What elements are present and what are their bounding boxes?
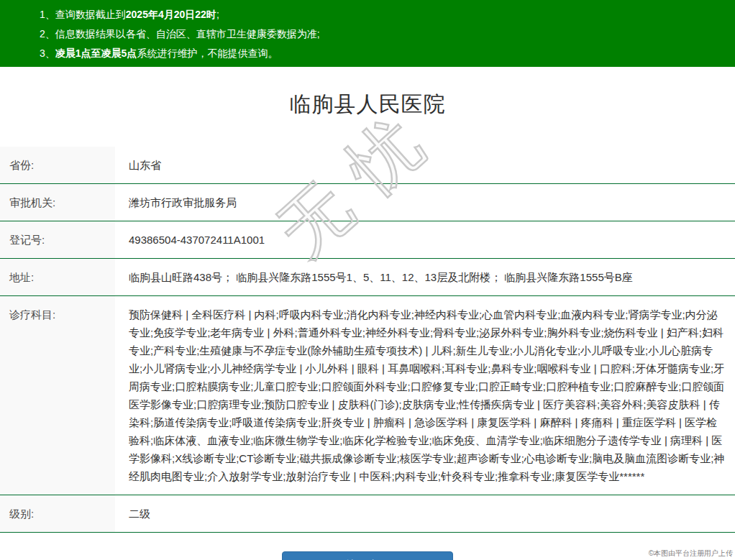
- row-value: 预防保健科 | 全科医疗科 | 内科;呼吸内科专业;消化内科专业;神经内科专业;…: [115, 296, 735, 495]
- notice-banner: 1、查询数据截止到2025年4月20日22时; 2、信息数据结果以各省、自治区、…: [0, 0, 735, 67]
- table-row-registration-number: 登记号: 49386504-437072411A1001: [0, 221, 735, 259]
- row-label: 地址:: [0, 259, 115, 295]
- notice-line-1: 1、查询数据截止到2025年4月20日22时;: [40, 5, 728, 24]
- table-row-level: 级别: 二级: [0, 495, 735, 533]
- notice-bold-text: 凌晨1点至凌晨5点: [55, 47, 137, 59]
- notice-text: ;: [216, 9, 219, 20]
- row-value: 山东省: [115, 147, 735, 183]
- row-value: 临朐县山旺路438号； 临朐县兴隆东路1555号1、5、11、12、13层及北附…: [115, 259, 735, 295]
- notice-text: 3、: [40, 47, 55, 59]
- row-value: 潍坊市行政审批服务局: [115, 184, 735, 221]
- platform-upload-watermark: ©本图由平台注册用户上传: [649, 548, 733, 559]
- row-label: 省份:: [0, 147, 115, 183]
- row-label: 登记号:: [0, 221, 115, 258]
- notice-line-3: 3、凌晨1点至凌晨5点系统进行维护，不能提供查询。: [40, 44, 728, 63]
- table-row-approval-authority: 审批机关: 潍坊市行政审批服务局: [0, 184, 735, 221]
- close-window-button[interactable]: 〖关闭窗口〗: [282, 551, 453, 560]
- row-label: 审批机关:: [0, 184, 115, 221]
- row-label: 级别:: [0, 495, 115, 532]
- table-row-medical-subjects: 诊疗科目: 预防保健科 | 全科医疗科 | 内科;呼吸内科专业;消化内科专业;神…: [0, 296, 735, 495]
- notice-text: 系统进行维护，不能提供查询。: [137, 47, 278, 59]
- row-value: 49386504-437072411A1001: [115, 221, 735, 258]
- hospital-info-table: 省份: 山东省 审批机关: 潍坊市行政审批服务局 登记号: 49386504-4…: [0, 147, 735, 533]
- notice-bold-text: 2025年4月20日22时: [126, 9, 216, 20]
- table-row-address: 地址: 临朐县山旺路438号； 临朐县兴隆东路1555号1、5、11、12、13…: [0, 259, 735, 296]
- row-label: 诊疗科目:: [0, 296, 115, 495]
- notice-text: 1、查询数据截止到: [40, 9, 126, 20]
- notice-line-2: 2、信息数据结果以各省、自治区、直辖市卫生健康委数据为准;: [40, 24, 728, 44]
- row-value: 二级: [115, 495, 735, 532]
- page-title: 临朐县人民医院: [290, 90, 446, 119]
- table-row-province: 省份: 山东省: [0, 147, 735, 184]
- notice-text: 2、信息数据结果以各省、自治区、直辖市卫生健康委数据为准;: [40, 28, 320, 40]
